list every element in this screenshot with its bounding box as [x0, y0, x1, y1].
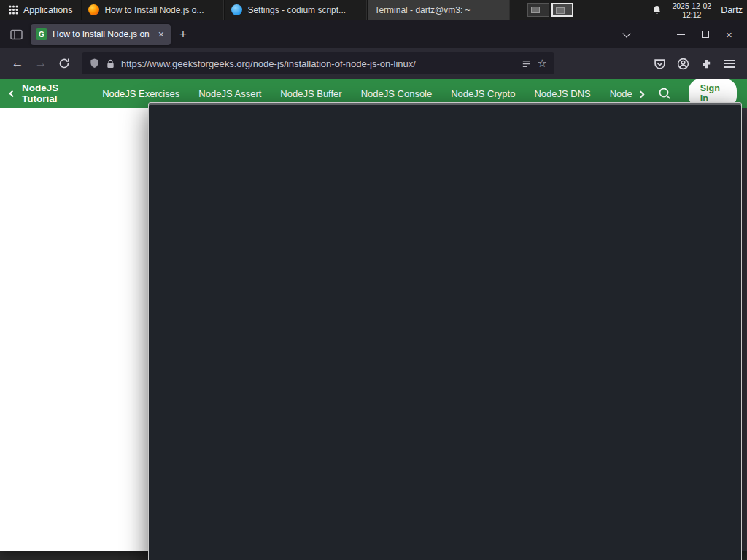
workspace-switcher[interactable] — [527, 3, 573, 17]
pocket-button[interactable] — [648, 52, 671, 75]
browser-scrollbar[interactable] — [742, 108, 747, 551]
notification-bell-icon[interactable] — [651, 4, 662, 16]
firefox-view-icon — [10, 29, 23, 40]
url-text: https://www.geeksforgeeks.org/node-js/in… — [121, 58, 515, 69]
search-icon — [658, 87, 671, 100]
site-nav-links: NodeJS ExercisesNodeJS AssertNodeJS Buff… — [102, 88, 632, 99]
applications-label: Applications — [23, 5, 72, 15]
back-button[interactable]: ← — [6, 52, 29, 75]
firefox-view-button[interactable] — [6, 25, 26, 44]
bookmark-star-icon[interactable]: ☆ — [538, 57, 547, 70]
site-nav-link[interactable]: Node — [610, 88, 632, 99]
navigation-toolbar: ← → https://www.geeksforgeeks.org/node-j… — [0, 48, 747, 79]
site-nav-link[interactable]: NodeJS Exercises — [102, 88, 179, 99]
browser-tab[interactable]: G How to Install Node.js on × — [31, 24, 171, 45]
list-all-tabs-button[interactable] — [614, 23, 638, 46]
site-nav-link[interactable]: NodeJS Assert — [198, 88, 261, 99]
maximize-icon — [702, 31, 709, 38]
tab-bar: G How to Install Node.js on × + × — [0, 20, 747, 48]
taskbar-app-icon — [88, 4, 99, 15]
reload-icon — [58, 58, 70, 69]
new-tab-button[interactable]: + — [174, 25, 193, 44]
taskbar-app-icon — [148, 102, 742, 560]
taskbar-window-title: Settings - codium script... — [247, 5, 360, 15]
taskbar-window-title: How to Install Node.js o... — [104, 5, 217, 15]
gfg-favicon: G — [36, 28, 47, 40]
chevron-right-icon — [637, 90, 644, 98]
account-button[interactable] — [671, 52, 694, 75]
applications-grid-icon — [9, 5, 18, 15]
site-nav-link[interactable]: NodeJS DNS — [534, 88, 590, 99]
workspace-window-thumb — [556, 7, 565, 14]
clock-time: 12:12 — [672, 10, 711, 19]
nav-item-nodejs-tutorial[interactable]: NodeJS Tutorial — [10, 82, 82, 104]
taskbar: How to Install Node.js o...Settings - co… — [81, 0, 510, 20]
tab-close-icon[interactable]: × — [157, 28, 166, 40]
close-button[interactable]: × — [717, 23, 741, 46]
panel-username[interactable]: Dartz — [721, 5, 743, 15]
lock-icon[interactable] — [106, 58, 115, 69]
site-nav-link[interactable]: NodeJS Buffer — [280, 88, 341, 99]
chevron-left-icon[interactable] — [9, 90, 15, 96]
minimize-button[interactable] — [669, 23, 693, 46]
taskbar-window-title: Terminal - dartz@vm3: ~ — [374, 5, 503, 15]
forward-button[interactable]: → — [29, 52, 53, 75]
clock-date: 2025-12-02 — [672, 1, 711, 10]
account-icon — [677, 58, 689, 70]
taskbar-app-icon — [231, 4, 242, 15]
tabbar-controls: × — [614, 23, 741, 46]
taskbar-button[interactable]: How to Install Node.js o... — [81, 0, 224, 20]
site-nav-link[interactable]: NodeJS Crypto — [451, 88, 515, 99]
nodejs-tutorial-label: NodeJS Tutorial — [22, 82, 82, 104]
tab-title: How to Install Node.js on — [53, 29, 152, 39]
desktop: Applications How to Install Node.js o...… — [0, 0, 747, 560]
top-panel: Applications How to Install Node.js o...… — [0, 0, 747, 20]
pocket-icon — [654, 58, 666, 70]
tracking-shield-icon[interactable] — [89, 58, 100, 69]
panel-clock[interactable]: 2025-12-02 12:12 — [672, 1, 711, 19]
url-bar[interactable]: https://www.geeksforgeeks.org/node-js/in… — [82, 52, 554, 74]
workspace-2-active[interactable] — [551, 3, 573, 17]
chevron-down-icon — [622, 29, 630, 37]
workspace-1[interactable] — [527, 3, 549, 17]
site-search-button[interactable] — [658, 87, 671, 100]
extension-icon — [701, 58, 712, 69]
taskbar-button[interactable]: Settings - codium script... — [224, 0, 367, 20]
site-nav-link[interactable]: NodeJS Console — [361, 88, 433, 99]
hamburger-icon — [724, 60, 735, 68]
reader-mode-icon[interactable] — [521, 58, 532, 69]
minimize-icon — [677, 34, 685, 35]
maximize-button[interactable] — [693, 23, 717, 46]
applications-menu-button[interactable]: Applications — [0, 0, 81, 20]
panel-status-area: 2025-12-02 12:12 Dartz — [651, 1, 747, 19]
taskbar-button[interactable]: Terminal - dartz@vm3: ~ — [367, 0, 510, 20]
reload-button[interactable] — [53, 52, 76, 75]
workspace-window-thumb — [531, 7, 540, 13]
toolbar-right-icons — [648, 52, 741, 75]
extension-button[interactable] — [694, 52, 718, 75]
menu-button[interactable] — [718, 52, 741, 75]
nav-scroll-right-button[interactable] — [638, 88, 643, 99]
